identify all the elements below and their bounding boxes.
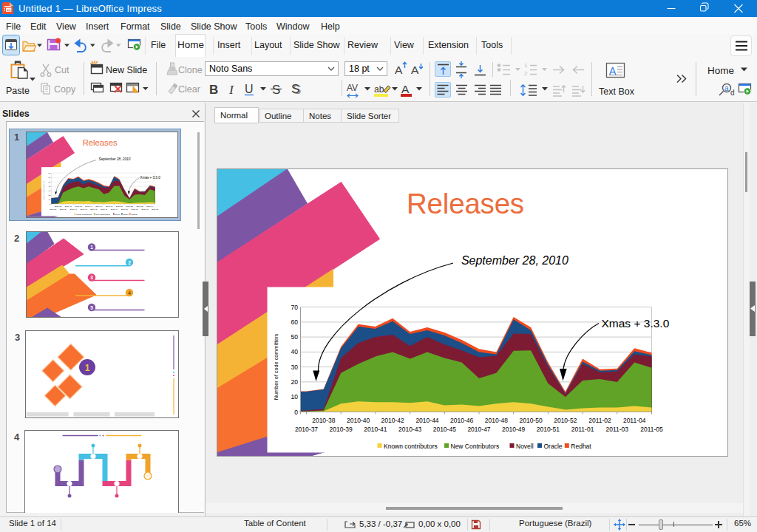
svg-text:A: A — [401, 83, 410, 95]
svg-text:1: 1 — [90, 245, 93, 250]
svg-text:U: U — [245, 83, 254, 95]
svg-text:A: A — [411, 64, 419, 76]
svg-text:2: 2 — [524, 70, 528, 77]
svg-text:AV: AV — [347, 83, 358, 93]
svg-text:5: 5 — [90, 305, 93, 310]
svg-text:a: a — [724, 84, 729, 92]
svg-text:I: I — [228, 82, 234, 97]
svg-text:1: 1 — [524, 62, 528, 69]
svg-text:S: S — [291, 82, 299, 96]
svg-text:ab: ab — [374, 84, 384, 95]
svg-text:1: 1 — [85, 363, 90, 373]
svg-text:2: 2 — [128, 260, 131, 265]
svg-text:d: d — [730, 89, 735, 97]
svg-text:B: B — [209, 83, 218, 97]
svg-text:4: 4 — [128, 290, 131, 296]
svg-text:3: 3 — [90, 275, 93, 280]
svg-text:S: S — [272, 83, 280, 97]
svg-text:A: A — [395, 64, 403, 76]
